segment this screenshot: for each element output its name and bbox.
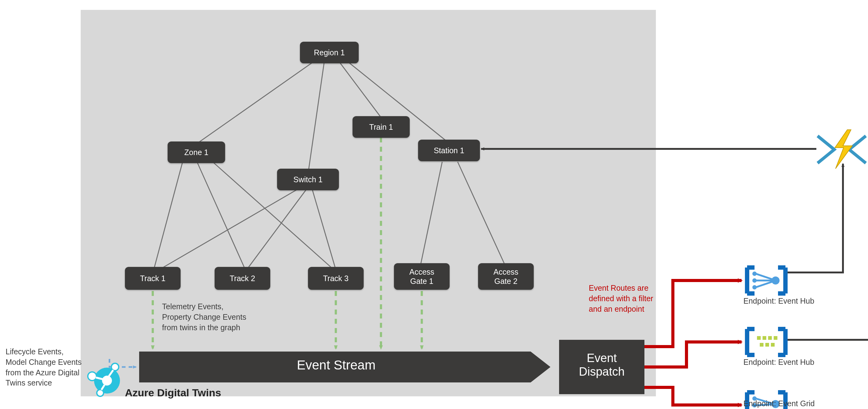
node-label: Switch 1 [293,175,322,184]
node-region1: Region 1 [300,42,359,63]
svg-line-9 [312,190,336,269]
endpoint-label-bottom: Endpoint: Event Grid [743,399,815,408]
event-routes-annotation: Event Routes are defined with a filter a… [589,283,653,314]
node-access-gate1: AccessGate 1 [394,263,450,290]
svg-line-0 [197,63,312,143]
svg-line-23 [756,281,773,287]
node-label: Region 1 [314,48,345,57]
node-track2: Track 2 [215,267,270,290]
event-hub-icon-middle [747,329,785,355]
svg-line-21 [756,274,773,279]
node-station1: Station 1 [418,140,480,161]
svg-rect-25 [757,336,761,340]
node-label: Station 1 [434,146,464,155]
svg-line-10 [421,162,442,265]
diagram-canvas: Region 1 Zone 1 Train 1 Station 1 Switch… [0,0,868,409]
node-track1: Track 1 [125,267,181,290]
svg-point-18 [753,272,756,275]
event-hub-icon-top [747,268,785,294]
node-label: Track 3 [323,274,348,283]
svg-point-39 [102,376,112,385]
azure-function-icon [817,130,866,169]
svg-rect-28 [774,336,777,340]
node-switch1: Switch 1 [277,169,339,190]
svg-line-1 [309,63,324,170]
svg-point-20 [753,286,756,288]
node-label: AccessGate 2 [494,267,519,286]
svg-rect-26 [763,336,766,340]
node-zone1: Zone 1 [167,141,225,163]
svg-point-24 [772,277,779,283]
endpoint-label-middle: Endpoint: Event Hub [743,358,814,367]
node-label: Track 1 [140,274,165,283]
svg-line-11 [458,162,505,265]
svg-point-42 [97,389,103,396]
connectors-svg [0,0,868,409]
node-label: AccessGate 1 [409,267,434,286]
node-label: Track 2 [230,274,255,283]
telemetry-annotation: Telemetry Events, Property Change Events… [162,302,246,333]
svg-point-19 [753,279,756,282]
node-label: Train 1 [369,122,393,132]
svg-line-2 [340,63,381,117]
event-dispatch-label: EventDispatch [565,351,638,378]
azure-digital-twins-icon [88,363,120,396]
lifecycle-annotation: Lifecycle Events, Model Change Events fr… [6,347,82,388]
svg-point-40 [88,372,96,381]
svg-line-4 [154,163,182,269]
node-track3: Track 3 [308,267,364,290]
node-train1: Train 1 [352,116,410,138]
svg-line-5 [197,163,245,269]
svg-rect-27 [768,336,772,340]
endpoint-label-top: Endpoint: Event Hub [743,297,814,306]
svg-rect-30 [765,343,769,347]
node-label: Zone 1 [184,148,209,157]
node-access-gate2: AccessGate 2 [478,263,534,290]
event-stream-label: Event Stream [297,358,375,373]
azure-digital-twins-title: Azure Digital Twins [125,387,221,399]
svg-rect-31 [771,343,775,347]
svg-rect-29 [760,343,764,347]
